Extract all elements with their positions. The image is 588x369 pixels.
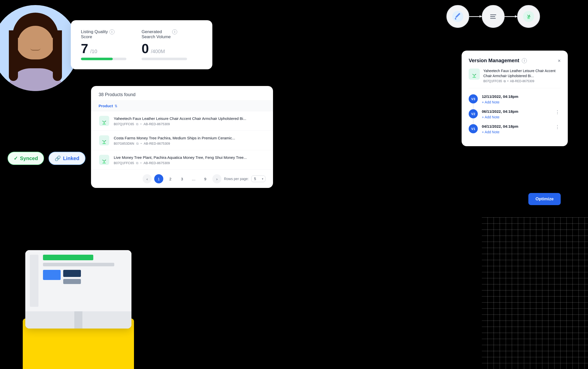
search-volume-progress-track (142, 58, 187, 60)
linked-label: Linked (63, 156, 79, 161)
version-product-icon (469, 69, 480, 80)
version-date-v1: 04/11/2022, 04:18pm (482, 124, 550, 128)
page-9-button[interactable]: 9 (201, 174, 210, 183)
product-meta-1: B07Q1FFC65 ⧉ • AB-RED-8675309 (114, 122, 265, 126)
flow-node-brush (446, 5, 469, 28)
background-pattern (482, 217, 588, 369)
svg-rect-12 (469, 69, 480, 80)
version-product-info: Yaheetech Faux Leather Leisure Chair Acc… (483, 69, 561, 83)
page-ellipsis: … (189, 174, 198, 183)
rows-per-page-label: Rows per page: (224, 177, 249, 181)
add-note-v1[interactable]: + Add Note (482, 130, 550, 134)
flow-diagram (446, 5, 540, 28)
version-panel-header: Version Management i × (469, 58, 561, 63)
page-2-button[interactable]: 2 (166, 174, 175, 183)
copy-icon-1[interactable]: ⧉ (136, 122, 138, 126)
optimize-button[interactable]: Optimize (528, 193, 561, 205)
product-info-3: Live Money Tree Plant, Pachira Aquatica … (114, 155, 265, 165)
svg-rect-3 (490, 16, 495, 17)
flow-arrow-1 (469, 16, 482, 17)
page-3-button[interactable]: 3 (177, 174, 187, 183)
products-table-header: Product ⇅ (91, 100, 273, 111)
page-1-button[interactable]: 1 (154, 174, 163, 183)
product-asin-3: B07Q1FFC65 (114, 161, 134, 165)
version-details-v1: 04/11/2022, 04:18pm + Add Note (482, 124, 550, 134)
products-found-count: 38 Products found (91, 86, 273, 97)
version-panel-title: Version Management i (469, 58, 527, 63)
product-name-3: Live Money Tree Plant, Pachira Aquatica … (114, 155, 265, 160)
version-menu-v2[interactable]: ⋮ (554, 109, 561, 115)
rows-per-page-select-wrapper[interactable]: 5 10 25 50 ▾ (251, 176, 265, 182)
svg-rect-2 (490, 14, 496, 15)
next-page-button[interactable]: › (212, 174, 221, 183)
product-meta-3: B07Q1FFC65 ⧉ • AB-RED-8675309 (114, 161, 265, 165)
version-product-row: Yaheetech Faux Leather Leisure Chair Acc… (469, 69, 561, 88)
product-row: Costa Farms Money Tree Pachira, Medium S… (91, 131, 273, 150)
product-asin-1: B07Q1FFC65 (114, 122, 134, 126)
status-badges: ✓ Synced 🔗 Linked (8, 152, 85, 165)
synced-label: Synced (20, 156, 38, 161)
add-note-v2[interactable]: + Add Note (482, 115, 550, 119)
rows-per-page-select[interactable]: 5 10 25 50 (251, 176, 265, 182)
copy-icon-2[interactable]: ⧉ (136, 142, 139, 146)
search-volume-denom: /400M (151, 49, 165, 54)
listing-quality-value: 7 (81, 42, 88, 55)
search-volume-info[interactable]: i (172, 29, 177, 34)
version-item-v3: V3 12/11/2022, 04:18pm + Add Note (469, 94, 561, 104)
monitor-illustration (25, 250, 131, 329)
quality-card: Listing QualityScore i 7 /10 GeneratedSe… (71, 20, 212, 69)
version-product-asin: B07Q1FFC65 (483, 79, 502, 83)
listing-quality-denom: /10 (90, 49, 97, 54)
copy-icon-version[interactable]: ⧉ (504, 79, 506, 83)
version-item-v2: V2 06/11/2022, 04:18pm + Add Note ⋮ (469, 109, 561, 119)
product-ab-id-3: AB-RED-8675309 (144, 161, 170, 165)
version-details-v2: 06/11/2022, 04:18pm + Add Note (482, 109, 550, 119)
product-asin-2: B07G853D6N (114, 142, 134, 145)
version-date-v2: 06/11/2022, 04:18pm (482, 109, 550, 114)
avatar (0, 5, 78, 91)
product-row: Yaheetech Faux Leather Leisure Chair Acc… (91, 111, 273, 131)
products-card: 38 Products found Product ⇅ Yaheetech Fa… (91, 86, 273, 188)
product-info-2: Costa Farms Money Tree Pachira, Medium S… (114, 135, 265, 146)
version-badge-v2: V2 (469, 109, 478, 118)
product-icon-1 (99, 115, 110, 126)
sort-icon[interactable]: ⇅ (115, 104, 118, 108)
version-date-v3: 12/11/2022, 04:18pm (482, 94, 561, 99)
product-ab-id-2: AB-RED-8675309 (144, 142, 170, 145)
product-info-1: Yaheetech Faux Leather Leisure Chair Acc… (114, 116, 265, 126)
version-details-v3: 12/11/2022, 04:18pm + Add Note (482, 94, 561, 104)
version-product-ab-id: AB-RED-8675309 (510, 79, 534, 83)
search-volume-metric: GeneratedSearch Volume i 0 /400M (142, 29, 187, 60)
linked-badge[interactable]: 🔗 Linked (49, 152, 85, 165)
version-product-meta: B07Q1FFC65 ⧉ • AB-RED-8675309 (483, 79, 561, 83)
version-product-name: Yaheetech Faux Leather Leisure Chair Acc… (483, 69, 561, 78)
flow-node-plant (517, 5, 540, 28)
synced-checkmark-icon: ✓ (14, 155, 18, 161)
close-button[interactable]: × (558, 58, 561, 63)
product-name-1: Yaheetech Faux Leather Leisure Chair Acc… (114, 116, 265, 121)
version-menu-v1[interactable]: ⋮ (554, 124, 561, 130)
svg-point-1 (455, 18, 456, 19)
search-volume-label: GeneratedSearch Volume (142, 29, 171, 39)
prev-page-button[interactable]: ‹ (143, 174, 152, 183)
flow-node-lines (482, 5, 505, 28)
rows-per-page-control: Rows per page: 5 10 25 50 ▾ (224, 176, 265, 182)
pagination: ‹ 1 2 3 … 9 › Rows per page: 5 10 25 50 … (91, 169, 273, 188)
product-icon-2 (99, 135, 110, 146)
flow-arrow-2 (505, 16, 517, 17)
listing-quality-progress-track (81, 58, 126, 60)
version-item-v1: V1 04/11/2022, 04:18pm + Add Note ⋮ (469, 124, 561, 134)
listing-quality-metric: Listing QualityScore i 7 /10 (81, 29, 126, 60)
version-badge-v1: V1 (469, 124, 478, 133)
synced-badge[interactable]: ✓ Synced (8, 152, 44, 165)
product-name-2: Costa Farms Money Tree Pachira, Medium S… (114, 135, 265, 141)
version-management-label: Version Management (469, 58, 519, 63)
version-info-icon[interactable]: i (522, 58, 527, 63)
listing-quality-info[interactable]: i (109, 29, 115, 34)
listing-quality-label: Listing QualityScore (81, 29, 108, 39)
product-meta-2: B07G853D6N ⧉ • AB-RED-8675309 (114, 142, 265, 146)
product-row: Live Money Tree Plant, Pachira Aquatica … (91, 150, 273, 169)
add-note-v3[interactable]: + Add Note (482, 100, 561, 104)
copy-icon-3[interactable]: ⧉ (136, 161, 138, 165)
product-column-label: Product (99, 104, 113, 108)
